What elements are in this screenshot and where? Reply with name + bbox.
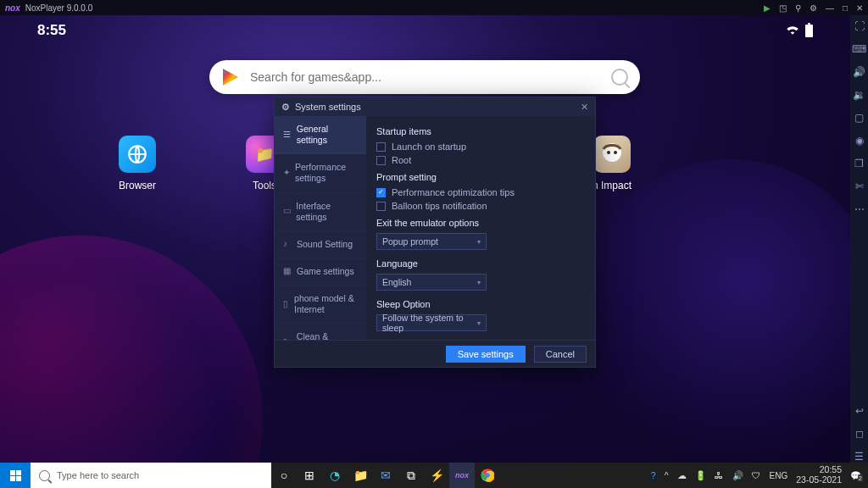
chrome-icon[interactable] xyxy=(475,463,500,488)
volume-down-icon[interactable]: 🔉 xyxy=(853,89,865,101)
sidebar-item-sound[interactable]: ♪Sound Setting xyxy=(275,231,366,258)
play-store-icon[interactable]: ▶ xyxy=(764,3,771,13)
sidebar-item-general[interactable]: ☰General settings xyxy=(275,116,366,154)
checkbox-balloon[interactable]: Balloon tips notification xyxy=(376,201,585,211)
sliders-icon: ☰ xyxy=(283,130,292,141)
app-genshin-label: n Impact xyxy=(593,180,632,191)
notifications-tray-icon[interactable]: 💬2 xyxy=(850,470,861,481)
cortana-icon[interactable]: ○ xyxy=(271,463,297,488)
network-tray-icon[interactable]: 🖧 xyxy=(715,470,724,480)
phone-icon: ▯ xyxy=(283,299,289,310)
sidebar-item-label: General settings xyxy=(297,124,359,146)
search-icon[interactable] xyxy=(611,69,628,86)
scissors-icon[interactable]: ✄ xyxy=(855,180,864,192)
thunder-icon[interactable]: ⚡ xyxy=(424,463,449,488)
home-icon[interactable]: ◻ xyxy=(855,428,864,440)
gear-icon[interactable]: ⚙ xyxy=(810,3,817,13)
plus-icon: ✦ xyxy=(283,168,290,179)
taskbar-date: 23-05-2021 xyxy=(796,475,842,485)
screenshot-icon[interactable]: ▢ xyxy=(854,112,864,124)
mail-icon[interactable]: ✉ xyxy=(373,463,398,488)
sidebar-item-label: Clean & Backup xyxy=(297,331,359,340)
battery-tray-icon[interactable]: 🔋 xyxy=(695,470,706,481)
onedrive-tray-icon[interactable]: ☁ xyxy=(677,470,687,480)
search-icon xyxy=(39,470,50,481)
sidebar-item-performance[interactable]: ✦Performance settings xyxy=(275,154,366,192)
keyboard-map-icon[interactable]: ⌨ xyxy=(852,43,866,55)
volume-tray-icon[interactable]: 🔊 xyxy=(732,470,743,481)
windows-taskbar: Type here to search ○ ⊞ ◔ 📁 ✉ ⧉ ⚡ nox ? … xyxy=(0,463,868,488)
cube-icon[interactable]: ◳ xyxy=(779,3,787,13)
taskbar-search-placeholder: Type here to search xyxy=(57,470,139,480)
dialog-title: System settings xyxy=(295,102,361,112)
minimize-icon[interactable]: — xyxy=(826,3,834,13)
defender-tray-icon[interactable]: 🛡 xyxy=(752,470,761,480)
android-statusbar: 8:55 xyxy=(0,22,850,39)
sidebar-item-game[interactable]: ▦Game settings xyxy=(275,258,366,286)
gear-icon: ⚙ xyxy=(281,102,290,113)
section-language-header: Language xyxy=(376,258,585,269)
select-value: Popup prompt xyxy=(382,236,438,247)
select-sleep-option[interactable]: Follow the system to sleep▾ xyxy=(376,314,487,331)
button-label: Cancel xyxy=(546,349,575,359)
recents-icon[interactable]: ☰ xyxy=(854,451,864,463)
tray-chevron-icon[interactable]: ^ xyxy=(665,470,669,480)
sidebar-item-phone[interactable]: ▯phone model & Internet xyxy=(275,286,366,324)
dialog-close-button[interactable]: ✕ xyxy=(581,102,588,113)
checkbox-launch-startup[interactable]: Launch on startup xyxy=(376,141,585,152)
multi-instance-icon[interactable]: ❐ xyxy=(854,158,864,169)
wifi-icon xyxy=(785,22,800,39)
checkbox-label: Performance optimization tips xyxy=(392,187,515,197)
search-input[interactable] xyxy=(250,70,599,84)
refresh-icon: ↻ xyxy=(283,337,292,340)
select-exit-option[interactable]: Popup prompt▾ xyxy=(376,233,487,250)
save-settings-button[interactable]: Save settings xyxy=(446,346,526,363)
task-view-icon[interactable]: ⊞ xyxy=(297,463,322,488)
file-explorer-icon[interactable]: 📁 xyxy=(348,463,373,488)
checkbox-perf-tips[interactable]: Performance optimization tips xyxy=(376,187,585,197)
maximize-icon[interactable]: □ xyxy=(843,3,848,13)
svg-point-3 xyxy=(614,151,617,154)
app-browser[interactable]: Browser xyxy=(112,136,163,191)
dialog-titlebar: ⚙ System settings ✕ xyxy=(275,97,595,116)
pin-icon[interactable]: ⚲ xyxy=(795,3,801,13)
close-icon[interactable]: ✕ xyxy=(856,3,863,13)
edge-icon[interactable]: ◔ xyxy=(322,463,348,488)
back-icon[interactable]: ↩ xyxy=(855,405,864,417)
more-icon[interactable]: ⋯ xyxy=(854,203,865,215)
app-tools-label: Tools xyxy=(253,180,276,191)
dropbox-icon[interactable]: ⧉ xyxy=(398,463,424,488)
checkbox-icon xyxy=(376,142,386,152)
clock-time: 8:55 xyxy=(37,22,66,39)
sidebar-item-interface[interactable]: ▭Interface settings xyxy=(275,193,366,231)
search-bar[interactable] xyxy=(209,60,640,94)
nox-taskbar-icon[interactable]: nox xyxy=(449,463,475,488)
app-titlebar: nox NoxPlayer 9.0.0.0 ▶ ◳ ⚲ ⚙ — □ ✕ xyxy=(0,0,868,15)
cancel-button[interactable]: Cancel xyxy=(534,346,587,363)
button-label: Save settings xyxy=(458,349,514,359)
select-language[interactable]: English▾ xyxy=(376,274,487,291)
record-icon[interactable]: ◉ xyxy=(855,135,864,147)
emulator-desktop: 8:55 Browser 📁 Tools n Impact xyxy=(0,15,850,463)
windows-logo-icon xyxy=(10,470,21,481)
checkbox-icon xyxy=(376,202,386,211)
checkbox-root[interactable]: Root xyxy=(376,155,585,165)
section-exit-header: Exit the emulator options xyxy=(376,218,585,228)
window-icon: ▭ xyxy=(283,206,291,217)
volume-up-icon[interactable]: 🔊 xyxy=(853,66,865,78)
speaker-icon: ♪ xyxy=(283,239,292,250)
play-store-icon xyxy=(221,69,238,86)
language-indicator[interactable]: ENG xyxy=(770,471,788,480)
taskbar-clock[interactable]: 20:55 23-05-2021 xyxy=(796,465,842,485)
start-button[interactable] xyxy=(0,463,31,488)
fullscreen-icon[interactable]: ⛶ xyxy=(854,20,865,32)
emulator-side-toolbar: ⛶ ⌨ 🔊 🔉 ▢ ◉ ❐ ✄ ⋯ ↩ ◻ ☰ xyxy=(850,15,868,463)
checkbox-label: Root xyxy=(392,155,411,165)
section-sleep-header: Sleep Option xyxy=(376,299,585,309)
checkbox-label: Balloon tips notification xyxy=(392,201,487,211)
settings-content: Startup items Launch on startup Root Pro… xyxy=(366,116,595,340)
sidebar-item-cleanup[interactable]: ↻Clean & Backup xyxy=(275,324,366,340)
taskbar-search[interactable]: Type here to search xyxy=(31,463,271,488)
gamepad-icon: ▦ xyxy=(283,266,292,277)
help-tray-icon[interactable]: ? xyxy=(651,470,656,480)
